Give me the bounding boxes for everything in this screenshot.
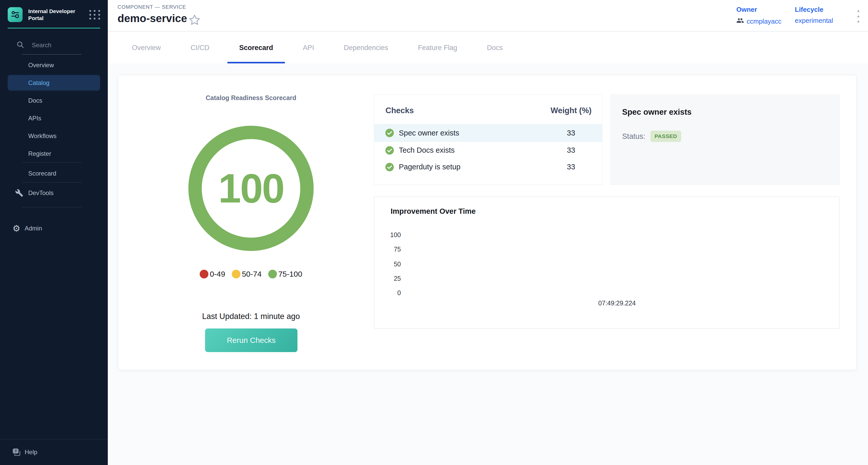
check-passed-icon: [385, 162, 394, 172]
search-placeholder: Search: [32, 41, 51, 49]
sidebar-item-register[interactable]: Register: [0, 145, 108, 162]
content-area: Catalog Readiness Scorecard 100 0-49 50-…: [108, 63, 868, 465]
checks-table-header: Checks Weight (%): [374, 95, 602, 124]
sidebar-item-scorecard[interactable]: Scorecard: [0, 164, 108, 182]
tab-dependencies[interactable]: Dependencies: [332, 32, 400, 63]
y-axis-tick: 0: [374, 289, 401, 297]
owner-link[interactable]: ccmplayacc: [736, 17, 781, 26]
sidebar-item-catalog[interactable]: Catalog: [8, 75, 100, 91]
sidebar-item-admin[interactable]: ⚙ Admin: [0, 219, 108, 237]
sidebar: Internal Developer Portal Search Overvie…: [0, 0, 108, 465]
entity-header: COMPONENT — SERVICE demo-service Owner c…: [108, 0, 868, 32]
y-axis-tick: 25: [374, 275, 401, 282]
page-title: demo-service: [118, 12, 187, 25]
entity-tabs: Overview CI/CD Scorecard API Dependencie…: [108, 32, 868, 63]
checks-table-card: Checks Weight (%) Spec owner exists 33 T…: [374, 94, 602, 185]
check-detail-title: Spec owner exists: [622, 107, 839, 117]
search-underline: [22, 54, 82, 55]
breadcrumb: COMPONENT — SERVICE: [118, 4, 186, 10]
brand-divider: [8, 28, 100, 29]
improvement-chart-card: Improvement Over Time 100 75 50 25 0 07:…: [374, 196, 839, 329]
gear-icon: ⚙: [12, 224, 21, 233]
y-axis-tick: 75: [374, 246, 401, 253]
tab-docs[interactable]: Docs: [475, 32, 515, 63]
legend-dot-red: [200, 270, 208, 278]
score-gauge: 100: [188, 126, 314, 251]
score-value: 100: [218, 165, 284, 212]
spacer: [0, 207, 108, 219]
app-title: Internal Developer Portal: [28, 8, 81, 22]
lifecycle-label: Lifecycle: [795, 6, 833, 13]
more-options-icon[interactable]: [853, 9, 863, 24]
checks-column-header: Checks: [385, 106, 549, 115]
app-grid-icon[interactable]: [89, 10, 101, 20]
wrench-icon: [14, 188, 24, 197]
weight-column-header: Weight (%): [549, 106, 593, 115]
tab-scorecard[interactable]: Scorecard: [227, 32, 285, 63]
status-label: Status:: [622, 132, 645, 141]
owner-label: Owner: [736, 6, 781, 13]
sidebar-item-devtools[interactable]: DevTools: [0, 184, 108, 202]
sidebar-item-workflows[interactable]: Workflows: [0, 127, 108, 145]
legend-dot-green: [268, 270, 277, 278]
x-axis-tick: 07:49:29.224: [589, 300, 645, 307]
sidebar-search[interactable]: Search: [16, 40, 108, 50]
sidebar-item-overview[interactable]: Overview: [0, 56, 108, 74]
chart-title: Improvement Over Time: [391, 207, 475, 216]
sidebar-nav: Overview Catalog Docs APIs Workflows Reg…: [0, 56, 108, 237]
y-axis-tick: 50: [374, 260, 401, 268]
score-legend: 0-49 50-74 75-100: [118, 270, 384, 278]
check-row-spec-owner[interactable]: Spec owner exists 33: [374, 124, 602, 142]
tab-api[interactable]: API: [291, 32, 326, 63]
app-logo-icon: [8, 7, 23, 22]
check-detail-status-row: Status: PASSED: [622, 131, 839, 142]
sidebar-item-apis[interactable]: APIs: [0, 109, 108, 127]
check-row-tech-docs[interactable]: Tech Docs exists 33: [374, 142, 602, 159]
favorite-star-icon[interactable]: [188, 13, 201, 27]
tab-feature-flag[interactable]: Feature Flag: [406, 32, 469, 63]
check-passed-icon: [385, 128, 394, 137]
last-updated-text: Last Updated: 1 minute ago: [118, 312, 384, 321]
search-icon: [16, 40, 25, 50]
tab-overview[interactable]: Overview: [120, 32, 173, 63]
help-icon: ?: [12, 447, 21, 457]
scorecard-title: Catalog Readiness Scorecard: [118, 94, 384, 102]
brand-row: Internal Developer Portal: [0, 0, 108, 28]
check-row-pagerduty[interactable]: Pagerduty is setup 33: [374, 159, 602, 175]
legend-dot-yellow: [232, 270, 241, 278]
scorecard-page-card: Catalog Readiness Scorecard 100 0-49 50-…: [118, 75, 857, 370]
legend-item-red: 0-49: [200, 270, 225, 278]
help-button[interactable]: ? Help: [0, 439, 108, 465]
check-detail-panel: Spec owner exists Status: PASSED: [611, 94, 839, 185]
legend-item-yellow: 50-74: [232, 270, 261, 278]
lifecycle-value: experimental: [795, 17, 833, 25]
check-passed-icon: [385, 146, 394, 155]
rerun-checks-button[interactable]: Rerun Checks: [205, 329, 298, 352]
status-badge: PASSED: [650, 131, 681, 142]
legend-item-green: 75-100: [268, 270, 302, 278]
y-axis-tick: 100: [374, 231, 401, 239]
owner-meta: Owner ccmplayacc: [736, 6, 781, 26]
nav-divider: [22, 162, 82, 163]
svg-text:?: ?: [14, 449, 17, 453]
users-icon: [736, 17, 744, 26]
app-root: Internal Developer Portal Search Overvie…: [0, 0, 868, 465]
lifecycle-meta: Lifecycle experimental: [795, 6, 833, 25]
sidebar-footer: ? Help: [0, 439, 108, 465]
tab-cicd[interactable]: CI/CD: [179, 32, 221, 63]
sidebar-item-docs[interactable]: Docs: [0, 92, 108, 109]
